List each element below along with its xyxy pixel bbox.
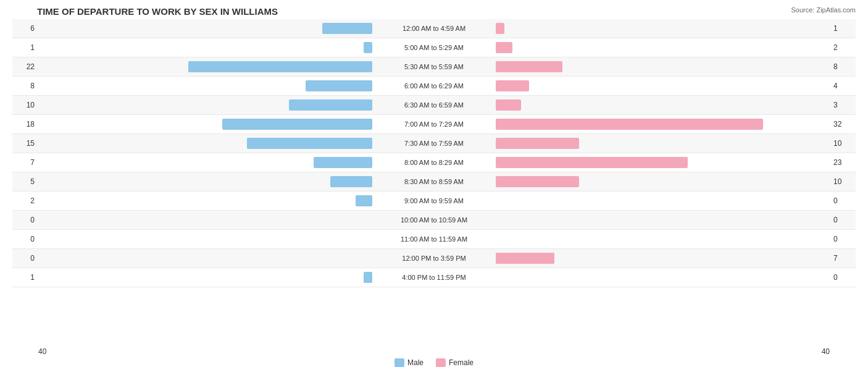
male-value: 7 bbox=[12, 158, 38, 167]
table-row: 0 12:00 PM to 3:59 PM 7 bbox=[12, 249, 856, 268]
bars-section: 6:30 AM to 6:59 AM bbox=[38, 96, 830, 114]
right-bar-wrap bbox=[496, 19, 830, 38]
male-value: 1 bbox=[12, 43, 38, 52]
bar-male bbox=[247, 138, 372, 149]
time-label: 5:30 AM to 5:59 AM bbox=[372, 63, 496, 70]
right-bar-wrap bbox=[496, 96, 830, 114]
left-bar-wrap bbox=[38, 230, 372, 248]
axis-left-label: 40 bbox=[38, 347, 46, 356]
time-label: 12:00 AM to 4:59 AM bbox=[372, 25, 496, 32]
right-bar-wrap bbox=[496, 192, 830, 210]
table-row: 8 6:00 AM to 6:29 AM 4 bbox=[12, 77, 856, 96]
time-label: 7:30 AM to 7:59 AM bbox=[372, 140, 496, 147]
table-row: 6 12:00 AM to 4:59 AM 1 bbox=[12, 19, 856, 38]
bars-section: 11:00 AM to 11:59 AM bbox=[38, 230, 830, 248]
legend: Male Female bbox=[12, 358, 856, 367]
bar-female bbox=[496, 80, 529, 91]
bar-female bbox=[496, 61, 562, 72]
bar-male bbox=[306, 80, 372, 91]
bar-male bbox=[364, 42, 372, 53]
bar-female bbox=[496, 23, 504, 34]
chart-container: TIME OF DEPARTURE TO WORK BY SEX IN WILL… bbox=[0, 0, 868, 367]
left-bar-wrap bbox=[38, 19, 372, 38]
male-value: 10 bbox=[12, 101, 38, 109]
table-row: 15 7:30 AM to 7:59 AM 10 bbox=[12, 134, 856, 153]
female-value: 0 bbox=[830, 273, 856, 282]
bar-male bbox=[322, 23, 372, 34]
left-bar-wrap bbox=[38, 77, 372, 95]
bar-female bbox=[496, 157, 688, 168]
male-value: 8 bbox=[12, 82, 38, 90]
bar-male bbox=[364, 272, 372, 283]
left-bar-wrap bbox=[38, 268, 372, 287]
time-label: 6:00 AM to 6:29 AM bbox=[372, 82, 496, 90]
bar-male bbox=[289, 99, 372, 111]
female-value: 23 bbox=[830, 158, 856, 167]
male-value: 2 bbox=[12, 196, 38, 205]
female-value: 2 bbox=[830, 43, 856, 52]
female-value: 0 bbox=[830, 216, 856, 224]
female-value: 7 bbox=[830, 254, 856, 263]
bars-section: 5:00 AM to 5:29 AM bbox=[38, 38, 830, 57]
female-value: 3 bbox=[830, 101, 856, 109]
bar-female bbox=[496, 99, 521, 111]
bars-section: 8:00 AM to 8:29 AM bbox=[38, 153, 830, 172]
right-bar-wrap bbox=[496, 268, 830, 287]
female-value: 1 bbox=[830, 24, 856, 33]
female-value: 32 bbox=[830, 120, 856, 129]
male-value: 15 bbox=[12, 139, 38, 148]
bottom-section: 40 40 Male Female bbox=[0, 345, 868, 367]
left-bar-wrap bbox=[38, 96, 372, 114]
bar-male bbox=[356, 195, 372, 206]
bar-male bbox=[188, 61, 372, 72]
right-bar-wrap bbox=[496, 57, 830, 76]
chart-title: TIME OF DEPARTURE TO WORK BY SEX IN WILL… bbox=[12, 6, 856, 17]
female-value: 10 bbox=[830, 139, 856, 148]
male-value: 22 bbox=[12, 62, 38, 71]
left-bar-wrap bbox=[38, 115, 372, 133]
left-bar-wrap bbox=[38, 153, 372, 172]
bar-female bbox=[496, 42, 512, 53]
left-bar-wrap bbox=[38, 172, 372, 191]
bar-male bbox=[330, 176, 372, 187]
bars-section: 7:00 AM to 7:29 AM bbox=[38, 115, 830, 133]
female-value: 4 bbox=[830, 82, 856, 90]
left-bar-wrap bbox=[38, 211, 372, 229]
female-value: 8 bbox=[830, 62, 856, 71]
legend-female-label: Female bbox=[449, 358, 474, 367]
bars-section: 4:00 PM to 11:59 PM bbox=[38, 268, 830, 287]
left-bar-wrap bbox=[38, 38, 372, 57]
table-row: 0 11:00 AM to 11:59 AM 0 bbox=[12, 230, 856, 249]
legend-female-box bbox=[436, 358, 446, 367]
male-value: 0 bbox=[12, 254, 38, 263]
table-row: 5 8:30 AM to 8:59 AM 10 bbox=[12, 172, 856, 192]
bars-section: 10:00 AM to 10:59 AM bbox=[38, 211, 830, 229]
bar-male bbox=[222, 119, 372, 130]
time-label: 11:00 AM to 11:59 AM bbox=[372, 235, 496, 243]
left-bar-wrap bbox=[38, 249, 372, 268]
table-row: 1 4:00 PM to 11:59 PM 0 bbox=[12, 268, 856, 287]
legend-male: Male bbox=[394, 358, 424, 367]
table-row: 10 6:30 AM to 6:59 AM 3 bbox=[12, 96, 856, 115]
table-row: 1 5:00 AM to 5:29 AM 2 bbox=[12, 38, 856, 57]
axis-bottom: 40 40 bbox=[12, 345, 856, 356]
time-label: 10:00 AM to 10:59 AM bbox=[372, 216, 496, 224]
table-row: 7 8:00 AM to 8:29 AM 23 bbox=[12, 153, 856, 172]
bar-female bbox=[496, 119, 763, 130]
time-label: 4:00 PM to 11:59 PM bbox=[372, 274, 496, 281]
table-row: 0 10:00 AM to 10:59 AM 0 bbox=[12, 211, 856, 230]
male-value: 5 bbox=[12, 177, 38, 186]
table-row: 2 9:00 AM to 9:59 AM 0 bbox=[12, 192, 856, 211]
bar-female bbox=[496, 253, 554, 264]
time-label: 6:30 AM to 6:59 AM bbox=[372, 101, 496, 109]
bars-section: 6:00 AM to 6:29 AM bbox=[38, 77, 830, 95]
left-bar-wrap bbox=[38, 134, 372, 153]
time-label: 8:00 AM to 8:29 AM bbox=[372, 159, 496, 166]
bars-section: 9:00 AM to 9:59 AM bbox=[38, 192, 830, 210]
right-bar-wrap bbox=[496, 249, 830, 268]
left-bar-wrap bbox=[38, 192, 372, 210]
legend-female: Female bbox=[436, 358, 474, 367]
female-value: 10 bbox=[830, 177, 856, 186]
bars-section: 8:30 AM to 8:59 AM bbox=[38, 172, 830, 191]
male-value: 0 bbox=[12, 235, 38, 243]
